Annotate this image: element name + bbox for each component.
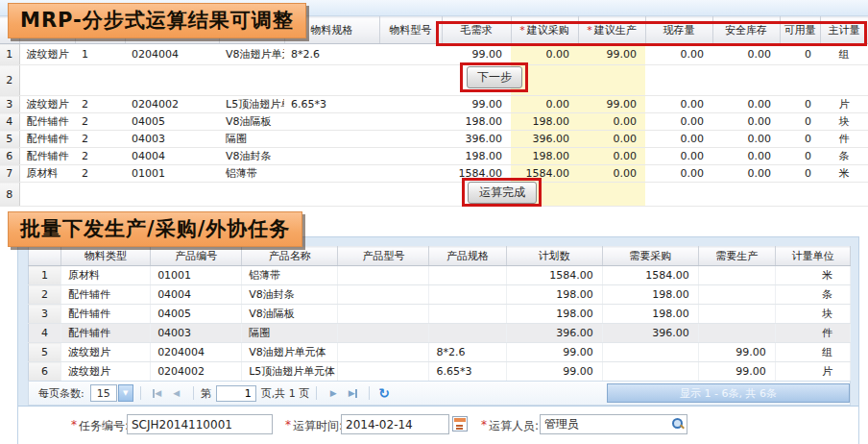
cell[interactable]	[125, 183, 219, 207]
column-header[interactable]: *建议采购	[511, 17, 578, 44]
cell[interactable]: 0	[780, 165, 820, 183]
cell[interactable]: 198.00	[506, 285, 602, 305]
cell[interactable]	[379, 131, 442, 148]
cell[interactable]	[379, 44, 442, 65]
cell[interactable]: 99.00	[698, 343, 775, 362]
table-row[interactable]: 2配件辅件04004V8油封条198.00198.00条	[29, 285, 851, 305]
column-header[interactable]: 可用量	[780, 17, 820, 44]
cell[interactable]: 0	[780, 131, 820, 148]
cell[interactable]: 198.00	[506, 305, 602, 324]
cell[interactable]: 原材料	[61, 266, 151, 285]
column-header[interactable]: 计划数	[506, 247, 602, 266]
cell[interactable]: 0204004	[151, 343, 242, 362]
cell[interactable]: 99.00	[578, 44, 645, 65]
cell[interactable]	[698, 266, 775, 285]
cell[interactable]: 396.00	[506, 324, 602, 343]
cell[interactable]: 隔圈	[242, 324, 338, 343]
cell[interactable]: V8油隔板	[242, 305, 338, 324]
cell[interactable]: 3	[0, 96, 19, 113]
cell[interactable]: 0.00	[645, 44, 712, 65]
cell[interactable]: 0.00	[578, 113, 645, 131]
cell[interactable]: 配件辅件	[61, 305, 151, 324]
table-row[interactable]: 2	[0, 65, 868, 96]
cell[interactable]: 1584.00	[506, 266, 602, 285]
cell[interactable]	[820, 183, 868, 207]
cell[interactable]	[379, 96, 442, 113]
cell[interactable]	[429, 266, 506, 285]
cell[interactable]: 198.00	[511, 113, 578, 131]
cell[interactable]	[780, 183, 820, 207]
cell[interactable]: V8油翅片单元体	[219, 44, 284, 65]
cell[interactable]: 99.00	[506, 362, 602, 382]
cell[interactable]	[698, 305, 775, 324]
cell[interactable]: 99.00	[442, 44, 511, 65]
cell[interactable]: 99.00	[442, 96, 511, 113]
table-row[interactable]: 4配件辅件04003隔圈396.00396.00件	[29, 324, 851, 343]
table-row[interactable]: 7原材料201001铝薄带1584.001584.000.000.000.000…	[0, 165, 868, 183]
cell[interactable]: 配件辅件	[61, 324, 151, 343]
cell[interactable]: 8*2.6	[284, 44, 379, 65]
column-header[interactable]: 产品编号	[151, 247, 242, 266]
column-header[interactable]: 计量单位	[775, 247, 850, 266]
cell[interactable]: 04004	[151, 285, 242, 305]
cell[interactable]	[379, 183, 442, 207]
cell[interactable]: 条	[775, 285, 850, 305]
cell[interactable]: 0	[780, 113, 820, 131]
cell[interactable]: V8油翅片单元体	[242, 343, 338, 362]
cell[interactable]	[820, 65, 868, 96]
cell[interactable]	[602, 343, 698, 362]
cell[interactable]: 隔圈	[219, 131, 284, 148]
cell[interactable]: 2	[75, 96, 125, 113]
cell[interactable]: 5	[29, 343, 61, 362]
column-header[interactable]: 物料型号	[379, 17, 442, 44]
cell[interactable]: 配件辅件	[19, 131, 75, 148]
cell[interactable]	[284, 131, 379, 148]
table-row[interactable]: 3波纹翅片20204002L5顶油翅片单...6.65*399.000.0099…	[0, 96, 868, 113]
table-row[interactable]: 4配件辅件204005V8油隔板198.00198.000.000.000.00…	[0, 113, 868, 131]
cell[interactable]: 0204004	[125, 44, 219, 65]
cell[interactable]	[712, 183, 780, 207]
cell[interactable]: 2	[29, 285, 61, 305]
cell[interactable]	[219, 65, 284, 96]
cell[interactable]: 0	[780, 148, 820, 165]
cell[interactable]: 0.00	[645, 113, 712, 131]
cell[interactable]: 0.00	[712, 113, 780, 131]
cell[interactable]: 波纹翅片	[61, 343, 151, 362]
cell[interactable]: 0.00	[645, 131, 712, 148]
cell[interactable]: 件	[775, 324, 850, 343]
column-header[interactable]: 产品型号	[338, 247, 429, 266]
cell[interactable]: 8*2.6	[429, 343, 506, 362]
cell[interactable]	[284, 148, 379, 165]
cell[interactable]	[338, 324, 429, 343]
table-row[interactable]: 8	[0, 183, 868, 207]
first-page-icon[interactable]: ◀	[150, 385, 165, 401]
cell[interactable]: 0204002	[151, 362, 242, 382]
table-row[interactable]: 5波纹翅片0204004V8油翅片单元体8*2.699.0099.00组	[29, 343, 851, 362]
cell[interactable]	[780, 65, 820, 96]
cell[interactable]: 1	[75, 44, 125, 65]
cell[interactable]: 3	[29, 305, 61, 324]
operator-input[interactable]	[540, 414, 687, 434]
cell[interactable]	[338, 343, 429, 362]
column-header[interactable]: 产品名称	[242, 247, 338, 266]
cell[interactable]: 01001	[125, 165, 219, 183]
cell[interactable]	[125, 65, 219, 96]
cell[interactable]	[578, 183, 645, 207]
cell[interactable]: 04005	[151, 305, 242, 324]
cell[interactable]: 0.00	[578, 148, 645, 165]
cell[interactable]: 组	[820, 44, 868, 65]
column-header[interactable]: 需要生产	[698, 247, 775, 266]
cell[interactable]: 2	[0, 65, 19, 96]
column-header[interactable]	[29, 247, 61, 266]
cell[interactable]: 原材料	[19, 165, 75, 183]
cell[interactable]: 件	[820, 131, 868, 148]
cell[interactable]: 铝薄带	[242, 266, 338, 285]
cell[interactable]: 0.00	[712, 131, 780, 148]
cell[interactable]: 04003	[151, 324, 242, 343]
cell[interactable]	[698, 285, 775, 305]
cell[interactable]	[379, 113, 442, 131]
cell[interactable]	[429, 324, 506, 343]
column-header[interactable]: 毛需求	[442, 17, 511, 44]
cell[interactable]: 0.00	[645, 148, 712, 165]
task-no-input[interactable]	[127, 414, 273, 434]
